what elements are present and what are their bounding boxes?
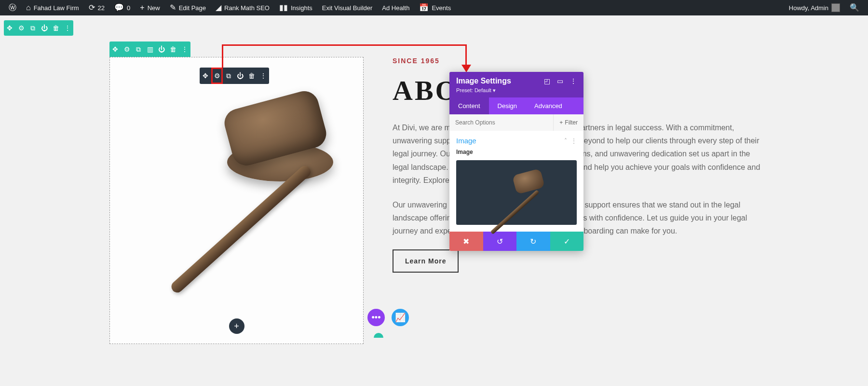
wp-logo[interactable]: ⓦ xyxy=(4,0,21,15)
layers-fab[interactable]: 📈 xyxy=(392,309,409,326)
comments-count: 0 xyxy=(127,4,130,12)
drag-icon: ▭ xyxy=(557,77,563,85)
exit-visual-builder[interactable]: Exit Visual Builder xyxy=(317,0,378,15)
dots-icon: ••• xyxy=(372,313,381,323)
add-module-button[interactable]: + xyxy=(229,318,244,334)
greeting-label: Howdy, Admin xyxy=(789,4,828,12)
edit-page-label: Edit Page xyxy=(179,4,206,12)
module-settings-button[interactable]: ⚙ xyxy=(211,68,223,84)
row-delete-button[interactable]: 🗑 xyxy=(167,41,179,57)
row-columns-button[interactable]: ▥ xyxy=(144,41,156,57)
account-menu[interactable]: Howdy, Admin xyxy=(784,0,845,15)
duplicate-icon: ⧉ xyxy=(136,45,141,54)
eyebrow-text: SINCE 1965 xyxy=(393,57,766,65)
image-field-label: Image xyxy=(449,149,583,155)
rank-math-menu[interactable]: ◢Rank Math SEO xyxy=(211,0,274,15)
events-label: Events xyxy=(432,4,451,12)
columns-icon: ▥ xyxy=(147,45,153,53)
panel-undo-button[interactable]: ↺ xyxy=(483,232,517,251)
power-icon: ⏻ xyxy=(41,24,48,32)
updates-count: 22 xyxy=(98,4,105,12)
site-name-menu[interactable]: ⌂Fahad Law Firm xyxy=(21,0,84,15)
rankmath-icon: ◢ xyxy=(216,4,221,12)
section-duplicate-button[interactable]: ⧉ xyxy=(27,20,39,36)
module-delete-button[interactable]: 🗑 xyxy=(246,68,258,84)
more-icon: ⋮ xyxy=(570,77,577,85)
wp-admin-bar: ⓦ ⌂Fahad Law Firm ⟳22 💬0 +New ✎Edit Page… xyxy=(0,0,868,15)
plus-icon: + xyxy=(140,4,144,12)
row-power-button[interactable]: ⏻ xyxy=(156,41,167,57)
section-toolbar: ✥ ⚙ ⧉ ⏻ 🗑 ⋮ xyxy=(4,20,73,36)
row-duplicate-button[interactable]: ⧉ xyxy=(133,41,144,57)
exit-vb-label: Exit Visual Builder xyxy=(322,4,373,12)
row-settings-button[interactable]: ⚙ xyxy=(121,41,133,57)
plus-icon: + xyxy=(559,119,563,126)
duplicate-icon: ⧉ xyxy=(30,24,35,32)
gear-icon: ⚙ xyxy=(124,45,130,53)
edit-page-menu[interactable]: ✎Edit Page xyxy=(165,0,211,15)
new-menu[interactable]: +New xyxy=(135,0,164,15)
updates-icon: ⟳ xyxy=(89,4,95,12)
admin-bar-left: ⓦ ⌂Fahad Law Firm ⟳22 💬0 +New ✎Edit Page… xyxy=(4,0,456,15)
events-menu[interactable]: 📅Events xyxy=(414,0,456,15)
module-power-button[interactable]: ⏻ xyxy=(234,68,246,84)
module-more-button[interactable]: ⋮ xyxy=(258,68,269,84)
panel-expand-button[interactable]: ◰ xyxy=(544,77,550,85)
options-search-row: +Filter xyxy=(449,114,583,131)
pencil-icon: ✎ xyxy=(170,4,176,12)
tab-advanced[interactable]: Advanced xyxy=(526,97,571,114)
annotation-arrowhead xyxy=(461,65,471,72)
power-icon: ⏻ xyxy=(237,72,244,80)
ad-health-menu[interactable]: Ad Health xyxy=(377,0,414,15)
panel-cancel-button[interactable]: ✖ xyxy=(449,232,483,251)
annotation-arrow xyxy=(465,44,467,67)
section-move-handle[interactable]: ✥ xyxy=(4,20,15,36)
module-move-handle[interactable]: ✥ xyxy=(200,68,211,84)
section-power-button[interactable]: ⏻ xyxy=(39,20,50,36)
builder-menu-fab[interactable]: ••• xyxy=(367,309,385,326)
tab-design[interactable]: Design xyxy=(489,97,526,114)
search-toggle[interactable]: 🔍 xyxy=(845,0,864,15)
options-search-input[interactable] xyxy=(449,114,553,131)
panel-action-bar: ✖ ↺ ↻ ✓ xyxy=(449,232,583,251)
options-filter-button[interactable]: +Filter xyxy=(553,114,583,131)
image-module-box[interactable]: + xyxy=(109,57,364,344)
focus-icon: ◰ xyxy=(544,77,550,85)
panel-snap-button[interactable]: ▭ xyxy=(557,77,563,85)
panel-more-button[interactable]: ⋮ xyxy=(570,77,577,85)
home-icon: ⌂ xyxy=(26,4,31,12)
move-icon: ✥ xyxy=(203,72,208,80)
panel-save-button[interactable]: ✓ xyxy=(550,232,584,251)
comments-icon: 💬 xyxy=(114,4,124,12)
gavel-handle-shape xyxy=(169,164,312,295)
insights-menu[interactable]: ▮▮Insights xyxy=(274,0,317,15)
section-settings-button[interactable]: ⚙ xyxy=(15,20,27,36)
section-delete-button[interactable]: 🗑 xyxy=(50,20,62,36)
annotation-arrow xyxy=(223,44,467,46)
row-move-handle[interactable]: ✥ xyxy=(109,41,121,57)
new-label: New xyxy=(148,4,160,12)
thumb-gavel-handle xyxy=(490,190,540,234)
avatar xyxy=(831,3,840,12)
section-more-button[interactable]: ⋮ xyxy=(62,20,73,36)
image-section-header[interactable]: Image ˄ ⋮ xyxy=(449,131,583,149)
preset-selector[interactable]: Preset: Default ▾ xyxy=(456,87,577,94)
row-more-button[interactable]: ⋮ xyxy=(179,41,190,57)
section-collapse-toggle[interactable]: ˄ xyxy=(564,138,567,144)
page-content: + SINCE 1965 ABOUT At Divi, we are more … xyxy=(109,41,766,344)
module-duplicate-button[interactable]: ⧉ xyxy=(223,68,234,84)
tab-content[interactable]: Content xyxy=(449,97,489,114)
admin-bar-right: Howdy, Admin 🔍 xyxy=(784,0,864,15)
bar-chart-icon: ▮▮ xyxy=(279,4,288,12)
section-more-button[interactable]: ⋮ xyxy=(571,138,577,144)
more-icon: ⋮ xyxy=(260,72,267,80)
panel-redo-button[interactable]: ↻ xyxy=(516,232,550,251)
learn-more-button[interactable]: Learn More xyxy=(393,249,459,273)
updates-menu[interactable]: ⟳22 xyxy=(84,0,109,15)
redo-icon: ↻ xyxy=(530,237,536,246)
image-upload-preview[interactable] xyxy=(456,160,577,225)
comments-menu[interactable]: 💬0 xyxy=(109,0,135,15)
panel-header[interactable]: Image Settings ◰ ▭ ⋮ Preset: Default ▾ xyxy=(449,72,583,97)
gear-icon: ⚙ xyxy=(18,24,25,32)
rankmath-label: Rank Math SEO xyxy=(224,4,270,12)
